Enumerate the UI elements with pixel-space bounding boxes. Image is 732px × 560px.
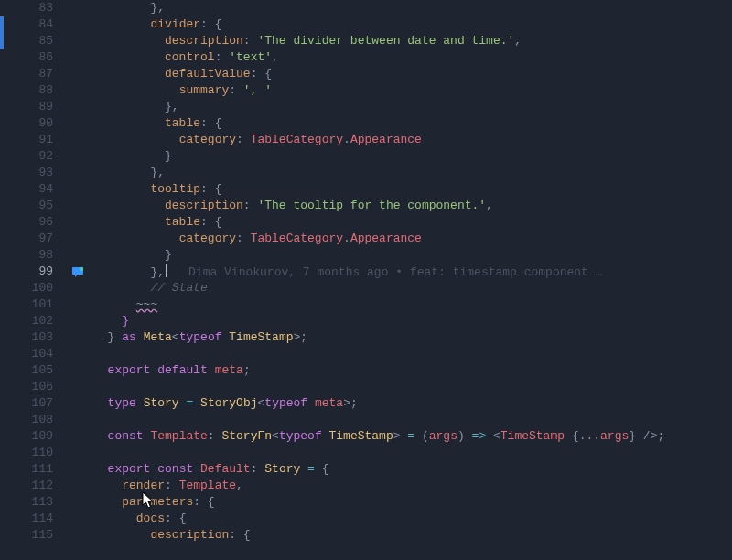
gutter-decoration	[70, 198, 93, 214]
code-content[interactable]: export default meta;	[93, 362, 732, 379]
code-line[interactable]: 105 export default meta;	[0, 362, 732, 379]
code-content[interactable]: type Story = StoryObj<typeof meta>;	[93, 395, 732, 412]
code-content[interactable]: },	[93, 99, 732, 115]
code-line[interactable]: 90 table: {	[0, 115, 732, 132]
code-line[interactable]: 89 },	[0, 99, 732, 115]
code-content[interactable]: // State	[93, 280, 732, 296]
code-content[interactable]: },	[93, 165, 732, 181]
code-content[interactable]: },	[93, 0, 732, 16]
gutter-decoration	[70, 214, 93, 231]
code-line[interactable]: 104	[0, 346, 732, 362]
code-line[interactable]: 91 category: TableCategory.Appearance	[0, 132, 732, 148]
code-content[interactable]: category: TableCategory.Appearance	[93, 231, 732, 247]
code-line[interactable]: 106	[0, 379, 732, 395]
code-content[interactable]: } as Meta<typeof TimeStamp>;	[93, 329, 732, 346]
gutter-decoration	[70, 49, 93, 66]
code-content[interactable]: export const Default: Story = {	[93, 461, 732, 478]
code-line[interactable]: 114 docs: {	[0, 511, 732, 527]
code-content[interactable]: table: {	[93, 214, 732, 231]
code-content[interactable]: description: 'The divider between date a…	[93, 33, 732, 49]
code-content[interactable]: tooltip: {	[93, 181, 732, 198]
line-number: 114	[0, 511, 70, 527]
code-content[interactable]: summary: ', '	[93, 82, 732, 99]
code-content[interactable]	[93, 445, 732, 461]
code-content[interactable]	[93, 346, 732, 362]
code-line[interactable]: 102 }	[0, 313, 732, 329]
code-line[interactable]: 88 summary: ', '	[0, 82, 732, 99]
gutter-decoration	[70, 181, 93, 198]
code-line[interactable]: 99 },Dima Vinokurov, 7 months ago • feat…	[0, 264, 732, 280]
line-number: 94	[0, 181, 70, 198]
code-line[interactable]: 93 },	[0, 165, 732, 181]
line-number: 95	[0, 198, 70, 214]
line-number: 105	[0, 362, 70, 379]
code-line[interactable]: 97 category: TableCategory.Appearance	[0, 231, 732, 247]
gutter-decoration	[70, 99, 93, 115]
code-line[interactable]: 100 // State	[0, 280, 732, 296]
code-content[interactable]: }	[93, 313, 732, 329]
code-content[interactable]: const Template: StoryFn<typeof TimeStamp…	[93, 428, 732, 445]
code-content[interactable]: description: {	[93, 527, 732, 544]
line-number: 91	[0, 132, 70, 148]
code-line[interactable]: 115 description: {	[0, 527, 732, 544]
code-line[interactable]: 113 parameters: {	[0, 494, 732, 511]
code-line[interactable]: 98 }	[0, 247, 732, 264]
code-line[interactable]: 107 type Story = StoryObj<typeof meta>;	[0, 395, 732, 412]
code-line[interactable]: 94 tooltip: {	[0, 181, 732, 198]
code-line[interactable]: 87 defaultValue: {	[0, 66, 732, 82]
code-content[interactable]: }	[93, 148, 732, 165]
code-content[interactable]: }	[93, 247, 732, 264]
code-content[interactable]: defaultValue: {	[93, 66, 732, 82]
code-line[interactable]: 109 const Template: StoryFn<typeof TimeS…	[0, 428, 732, 445]
code-line[interactable]: 108	[0, 412, 732, 428]
line-number: 104	[0, 346, 70, 362]
line-number: 85	[0, 33, 70, 49]
code-content[interactable]	[93, 379, 732, 395]
line-number: 83	[0, 0, 70, 16]
line-number: 101	[0, 296, 70, 313]
line-number: 93	[0, 165, 70, 181]
code-line[interactable]: 85 description: 'The divider between dat…	[0, 33, 732, 49]
code-content[interactable]: divider: {	[93, 16, 732, 33]
code-line[interactable]: 101 ~~~	[0, 296, 732, 313]
gutter-decoration	[70, 280, 93, 296]
line-number: 113	[0, 494, 70, 511]
gutter-decoration	[70, 329, 93, 346]
code-line[interactable]: 110	[0, 445, 732, 461]
code-content[interactable]: category: TableCategory.Appearance	[93, 132, 732, 148]
gutter-decoration	[70, 132, 93, 148]
code-content[interactable]: parameters: {	[93, 494, 732, 511]
code-content[interactable]: },Dima Vinokurov, 7 months ago • feat: t…	[93, 264, 732, 280]
code-content[interactable]: docs: {	[93, 511, 732, 527]
code-content[interactable]: table: {	[93, 115, 732, 132]
gutter-decoration	[70, 511, 93, 527]
code-line[interactable]: 86 control: 'text',	[0, 49, 732, 66]
code-line[interactable]: 92 }	[0, 148, 732, 165]
gutter-decoration	[70, 82, 93, 99]
code-content[interactable]: control: 'text',	[93, 49, 732, 66]
line-number: 88	[0, 82, 70, 99]
code-line[interactable]: 83 },	[0, 0, 732, 16]
code-content[interactable]: render: Template,	[93, 478, 732, 494]
gutter-decoration	[70, 478, 93, 494]
code-line[interactable]: 103 } as Meta<typeof TimeStamp>;	[0, 329, 732, 346]
code-line[interactable]: 111 export const Default: Story = {	[0, 461, 732, 478]
code-line[interactable]: 96 table: {	[0, 214, 732, 231]
code-content[interactable]: description: 'The tooltip for the compon…	[93, 198, 732, 214]
line-number: 103	[0, 329, 70, 346]
gutter-decoration	[70, 395, 93, 412]
gutter-decoration	[70, 445, 93, 461]
code-line[interactable]: 112 render: Template,	[0, 478, 732, 494]
line-number: 84	[0, 16, 70, 33]
comment-thread-icon[interactable]	[71, 265, 84, 278]
line-number: 87	[0, 66, 70, 82]
code-editor[interactable]: 83 },84 divider: {85 description: 'The d…	[0, 0, 732, 544]
gutter-decoration	[70, 313, 93, 329]
gutter-decoration	[70, 412, 93, 428]
git-blame-annotation[interactable]: Dima Vinokurov, 7 months ago • feat: tim…	[188, 265, 602, 279]
gutter-decoration	[70, 247, 93, 264]
code-line[interactable]: 95 description: 'The tooltip for the com…	[0, 198, 732, 214]
code-content[interactable]	[93, 412, 732, 428]
code-line[interactable]: 84 divider: {	[0, 16, 732, 33]
code-content[interactable]: ~~~	[93, 296, 732, 313]
